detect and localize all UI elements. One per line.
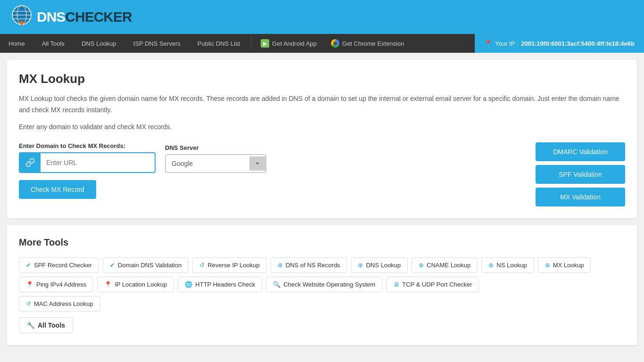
cname-icon: ⊕ — [419, 262, 424, 269]
nav-dns-lookup[interactable]: DNS Lookup — [73, 34, 125, 53]
all-tools-label: All Tools — [38, 321, 65, 329]
tool-mx-lookup[interactable]: ⊕ MX Lookup — [538, 257, 591, 273]
tool-label: HTTP Headers Check — [195, 281, 255, 288]
tool-label: CNAME Lookup — [427, 262, 471, 269]
your-ip-label: Your IP : — [495, 40, 518, 47]
chrome-icon — [331, 39, 339, 48]
mx-lookup-icon: ⊕ — [545, 262, 550, 269]
get-android-app-button[interactable]: ▶ Get Android App — [254, 34, 324, 52]
wrench-icon: 🔧 — [27, 321, 35, 329]
tool-label: TCP & UDP Port Checker — [402, 281, 472, 288]
chrome-extension-label: Get Chrome Extension — [342, 40, 405, 47]
your-ip-value: 2001:19f0:6001:3acf:5400:4ff:fe18:4e6b — [521, 40, 635, 47]
spf-checker-icon: ✔ — [26, 262, 31, 269]
dns-ns-icon: ⊕ — [278, 262, 283, 269]
tool-label: Ping IPv4 Address — [36, 281, 86, 288]
tool-label: MAC Address Lookup — [34, 300, 93, 307]
mx-validation-button[interactable]: MX Validation — [536, 188, 625, 206]
nav-public-dns[interactable]: Public DNS List — [189, 34, 248, 53]
domain-input[interactable] — [41, 154, 155, 171]
tool-ping-ipv4[interactable]: 📍 Ping IPv4 Address — [19, 277, 93, 292]
header: DNSCHECKER — [0, 0, 644, 34]
dns-select-wrapper: Google Cloudflare OpenDNS Custom — [165, 154, 266, 173]
logo-globe-icon — [9, 5, 34, 29]
tool-label: NS Lookup — [496, 262, 527, 269]
spf-validation-button[interactable]: SPF Validation — [536, 165, 625, 184]
tcp-udp-icon: 🖥 — [393, 281, 399, 288]
your-ip-display: 📍 Your IP : 2001:19f0:6001:3acf:5400:4ff… — [475, 34, 644, 53]
navigation: Home All Tools DNS Lookup ISP DNS Server… — [0, 34, 644, 53]
tool-dns-lookup[interactable]: ⊕ DNS Lookup — [351, 257, 408, 273]
page-description: MX Lookup tool checks the given domain n… — [19, 93, 625, 116]
tool-mac-address-lookup[interactable]: ↺ MAC Address Lookup — [19, 296, 100, 312]
all-tools-button[interactable]: 🔧 All Tools — [19, 317, 73, 333]
form-inputs-row: Enter Domain to Check MX Records: DNS Se… — [19, 142, 349, 173]
check-mx-record-button[interactable]: Check MX Record — [19, 180, 96, 199]
reverse-ip-icon: ↺ — [199, 262, 205, 269]
tool-label: Domain DNS Validation — [118, 262, 182, 269]
dns-server-label: DNS Server — [165, 144, 266, 151]
tool-reverse-ip-lookup[interactable]: ↺ Reverse IP Lookup — [192, 257, 266, 273]
ip-location-icon: 📍 — [104, 281, 112, 288]
tool-http-headers[interactable]: 🌐 HTTP Headers Check — [178, 277, 262, 292]
page-title: MX Lookup — [19, 72, 625, 86]
http-headers-icon: 🌐 — [185, 281, 192, 288]
tools-grid: ✔ SPF Record Checker ✔ Domain DNS Valida… — [19, 257, 625, 292]
tool-label: DNS of NS Records — [286, 262, 340, 269]
domain-label: Enter Domain to Check MX Records: — [19, 142, 156, 149]
dns-lookup-icon: ⊕ — [358, 262, 363, 269]
ping-icon: 📍 — [26, 281, 33, 288]
android-app-label: Get Android App — [272, 40, 317, 47]
android-icon: ▶ — [261, 39, 269, 48]
domain-input-wrapper — [19, 152, 156, 173]
tool-dns-ns-records[interactable]: ⊕ DNS of NS Records — [271, 257, 347, 273]
tool-label: IP Location Lookup — [115, 281, 167, 288]
tool-label: SPF Record Checker — [34, 262, 92, 269]
dns-server-select[interactable]: Google Cloudflare OpenDNS Custom — [166, 155, 249, 172]
tool-label: Check Website Operating System — [283, 281, 375, 288]
more-tools-title: More Tools — [19, 237, 625, 248]
domain-field-group: Enter Domain to Check MX Records: — [19, 142, 156, 173]
logo-container[interactable]: DNSCHECKER — [9, 5, 132, 29]
nav-all-tools[interactable]: All Tools — [33, 34, 73, 53]
dns-server-field-group: DNS Server Google Cloudflare OpenDNS Cus… — [165, 144, 266, 173]
tool-check-website-os[interactable]: 🔍 Check Website Operating System — [266, 277, 382, 292]
nav-isp-dns[interactable]: ISP DNS Servers — [125, 34, 189, 53]
tool-tcp-udp-checker[interactable]: 🖥 TCP & UDP Port Checker — [386, 277, 479, 292]
check-button-row: Check MX Record — [19, 180, 349, 199]
page-sub-text: Enter any domain to validate and check M… — [19, 123, 625, 131]
domain-dns-icon: ✔ — [110, 262, 115, 269]
more-tools-section: More Tools ✔ SPF Record Checker ✔ Domain… — [7, 225, 637, 345]
tool-label: DNS Lookup — [366, 262, 401, 269]
main-content: MX Lookup MX Lookup tool checks the give… — [7, 60, 637, 218]
tool-cname-lookup[interactable]: ⊕ CNAME Lookup — [412, 257, 478, 273]
ns-lookup-icon: ⊕ — [488, 262, 494, 269]
select-arrow-icon — [249, 156, 265, 171]
link-icon — [20, 153, 41, 172]
dmarc-validation-button[interactable]: DMARC Validation — [536, 142, 625, 161]
get-chrome-extension-button[interactable]: Get Chrome Extension — [324, 34, 412, 52]
tool-label: Reverse IP Lookup — [207, 262, 259, 269]
tool-ns-lookup[interactable]: ⊕ NS Lookup — [481, 257, 534, 273]
website-os-icon: 🔍 — [273, 281, 281, 288]
form-left: Enter Domain to Check MX Records: DNS Se… — [19, 142, 349, 199]
logo-text: DNSCHECKER — [37, 9, 132, 25]
tool-label: MX Lookup — [553, 262, 584, 269]
tool-spf-record-checker[interactable]: ✔ SPF Record Checker — [19, 257, 99, 273]
location-pin-icon: 📍 — [484, 40, 492, 47]
tool-domain-dns-validation[interactable]: ✔ Domain DNS Validation — [103, 257, 189, 273]
tool-ip-location-lookup[interactable]: 📍 IP Location Lookup — [97, 277, 174, 292]
form-area: Enter Domain to Check MX Records: DNS Se… — [19, 142, 625, 206]
mac-address-icon: ↺ — [26, 300, 31, 307]
nav-home[interactable]: Home — [0, 34, 33, 53]
svg-point-6 — [21, 21, 23, 23]
side-buttons-group: DMARC Validation SPF Validation MX Valid… — [536, 142, 625, 206]
